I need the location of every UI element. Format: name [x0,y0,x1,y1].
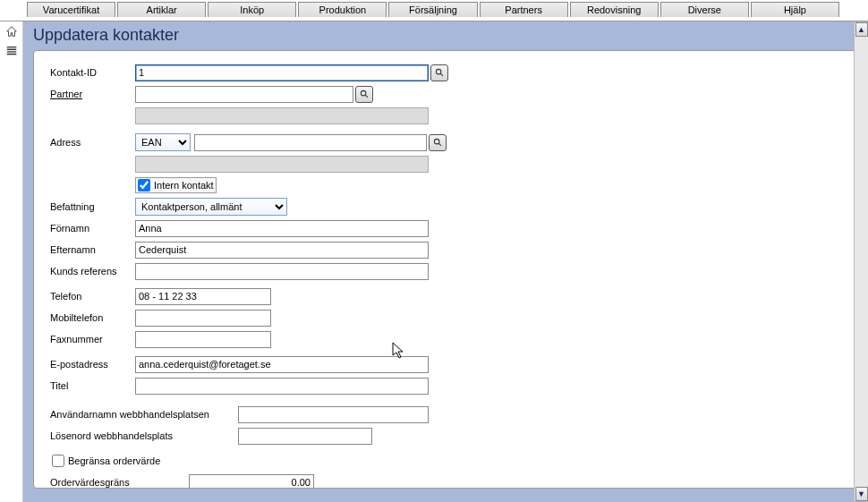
label-titel: Titel [50,380,135,391]
partner-search-button[interactable] [355,86,373,103]
faxnummer-input[interactable] [135,331,271,348]
webpass-input[interactable] [238,428,372,445]
label-befattning: Befattning [50,201,135,212]
menu-varucertifikat[interactable]: Varucertifikat [27,2,115,17]
kontakt-id-search-button[interactable] [430,64,448,81]
adress-search-button[interactable] [429,134,447,151]
svg-point-0 [436,69,441,74]
menu-hjalp[interactable]: Hjälp [751,2,839,17]
svg-line-3 [365,95,368,98]
befattning-select[interactable]: Kontaktperson, allmänt [135,198,287,216]
intern-kontakt-checkbox[interactable] [138,179,150,191]
telefon-input[interactable] [135,288,271,305]
menu-forsaljning[interactable]: Försäljning [388,2,477,17]
webuser-input[interactable] [238,406,429,423]
label-telefon: Telefon [50,291,135,302]
label-kunds-referens: Kunds referens [50,266,135,277]
adress-display [135,156,429,173]
kontakt-id-input[interactable] [135,64,429,81]
label-adress: Adress [50,137,135,148]
main-menubar: Varucertifikat Artiklar Inköp Produktion… [0,0,868,21]
epost-input[interactable] [135,356,429,373]
scroll-down-arrow[interactable]: ▼ [855,487,868,501]
label-partner[interactable]: Partner [50,89,135,99]
partner-input[interactable] [135,86,353,103]
label-fornamn: Förnamn [50,223,135,234]
label-faxnummer: Faxnummer [50,334,135,345]
label-begransa: Begränsa ordervärde [68,455,160,466]
svg-point-2 [361,90,366,96]
menu-artiklar[interactable]: Artiklar [117,2,206,17]
label-kontakt-id: Kontakt-ID [50,67,135,78]
label-webuser: Användarnamn webbhandelsplatsen [50,409,238,420]
list-icon[interactable] [5,45,18,59]
kunds-referens-input[interactable] [135,263,429,280]
menu-redovisning[interactable]: Redovisning [570,2,659,17]
label-ordergrans: Ordervärdesgräns [50,477,189,488]
label-epost: E-postadress [50,359,135,370]
adress-input[interactable] [194,134,427,151]
home-icon[interactable] [5,25,18,39]
label-webpass: Lösenord webbhandelsplats [50,430,238,441]
svg-line-1 [440,73,443,76]
efternamn-input[interactable] [135,242,429,259]
menu-diverse[interactable]: Diverse [660,2,749,17]
page-title: Uppdatera kontakter [24,22,867,50]
fornamn-input[interactable] [135,220,429,237]
label-efternamn: Efternamn [50,244,135,255]
contact-form: Kontakt-ID Partner Adress E [33,50,858,489]
adress-type-select[interactable]: EAN [135,133,191,151]
vertical-scrollbar[interactable]: ▲ ▼ [854,22,868,501]
menu-partners[interactable]: Partners [480,2,568,17]
svg-point-4 [434,139,439,144]
titel-input[interactable] [135,378,429,395]
intern-kontakt-checkbox-wrap[interactable]: Intern kontakt [135,177,217,193]
left-toolbar [0,21,23,502]
svg-line-5 [438,143,441,146]
partner-display [135,107,429,124]
menu-produktion[interactable]: Produktion [298,2,387,17]
begransa-checkbox[interactable] [52,455,64,467]
scroll-up-arrow[interactable]: ▲ [855,22,868,37]
menu-inkop[interactable]: Inköp [208,2,296,17]
label-mobiltelefon: Mobiltelefon [50,312,135,323]
mobiltelefon-input[interactable] [135,310,271,327]
label-intern-kontakt: Intern kontakt [154,180,214,191]
ordergrans-input[interactable] [189,474,314,489]
